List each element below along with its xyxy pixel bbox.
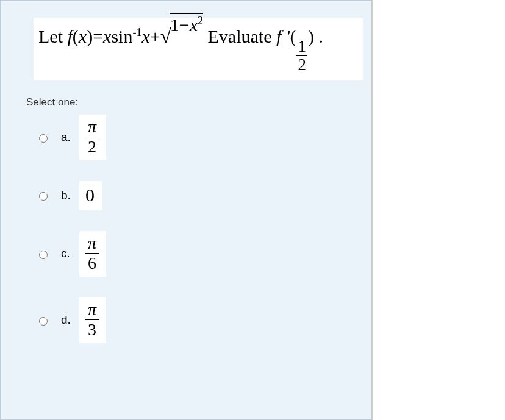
frac-half: 12 [296, 38, 307, 73]
sym-x2: x [103, 26, 111, 46]
sym-rparen: ) [87, 26, 93, 46]
option-b-zero: 0 [85, 185, 95, 205]
sym-f: f [67, 26, 72, 46]
question-text: Let f(x)=xsin-1x+√1−x2 Evaluate f ′(12) … [38, 26, 323, 46]
option-c-den: 6 [85, 253, 99, 272]
option-a-value: π 2 [79, 115, 106, 160]
option-c-label: c. [61, 247, 73, 260]
sym-one: 1 [170, 15, 179, 35]
option-d-value: π 3 [79, 297, 106, 343]
option-c-num: π [87, 235, 98, 253]
fraction-a: π 2 [85, 118, 99, 155]
options-list: a. π 2 b. 0 c. π 6 [36, 115, 371, 343]
sym-neg1: -1 [132, 26, 141, 38]
text-period: . [318, 26, 323, 46]
option-b[interactable]: b. 0 [36, 181, 371, 210]
math-fprime: f ′(12) [276, 26, 318, 46]
sym-rparen2: ) [308, 26, 314, 46]
sym-sin: sin [111, 26, 132, 46]
sym-plus: + [150, 26, 160, 46]
sqrt-bar: 1−x2 [170, 13, 203, 35]
radio-b[interactable] [39, 192, 48, 201]
option-a-den: 2 [85, 137, 99, 155]
select-one-label: Select one: [26, 96, 371, 109]
option-a-num: π [87, 118, 98, 137]
fraction-c: π 6 [85, 235, 99, 272]
option-d-num: π [87, 301, 98, 319]
question-box: Let f(x)=xsin-1x+√1−x2 Evaluate f ′(12) … [34, 18, 363, 80]
sym-x4: x [190, 15, 198, 35]
option-b-label: b. [61, 189, 73, 202]
option-a-label: a. [61, 130, 73, 144]
fraction-d: π 3 [85, 301, 99, 338]
math-expression: f(x)=xsin-1x+√1−x2 [67, 26, 207, 46]
option-b-value: 0 [79, 181, 102, 210]
option-d[interactable]: d. π 3 [36, 297, 371, 343]
text-let: Let [38, 26, 67, 46]
half-num: 1 [298, 38, 306, 55]
half-den: 2 [296, 55, 307, 73]
option-c[interactable]: c. π 6 [36, 231, 371, 277]
radio-a[interactable] [39, 134, 48, 143]
option-c-value: π 6 [79, 231, 106, 277]
option-a[interactable]: a. π 2 [36, 115, 371, 160]
sym-sq: 2 [198, 15, 203, 27]
right-gutter [372, 0, 505, 420]
sqrt: √1−x2 [160, 25, 203, 48]
radio-d[interactable] [39, 317, 48, 326]
sym-minus: − [179, 15, 190, 35]
option-d-label: d. [61, 313, 73, 327]
radio-c[interactable] [39, 251, 48, 259]
sym-x1: x [79, 26, 87, 46]
text-evaluate: Evaluate [208, 26, 276, 46]
sym-lparen: ( [73, 26, 79, 46]
sym-x3: x [141, 26, 149, 46]
sym-lparen2: ( [290, 26, 296, 46]
sym-eq: = [93, 26, 103, 46]
quiz-panel: Let f(x)=xsin-1x+√1−x2 Evaluate f ′(12) … [0, 0, 372, 420]
option-d-den: 3 [85, 319, 99, 338]
sym-fprime: f ′ [276, 26, 290, 46]
